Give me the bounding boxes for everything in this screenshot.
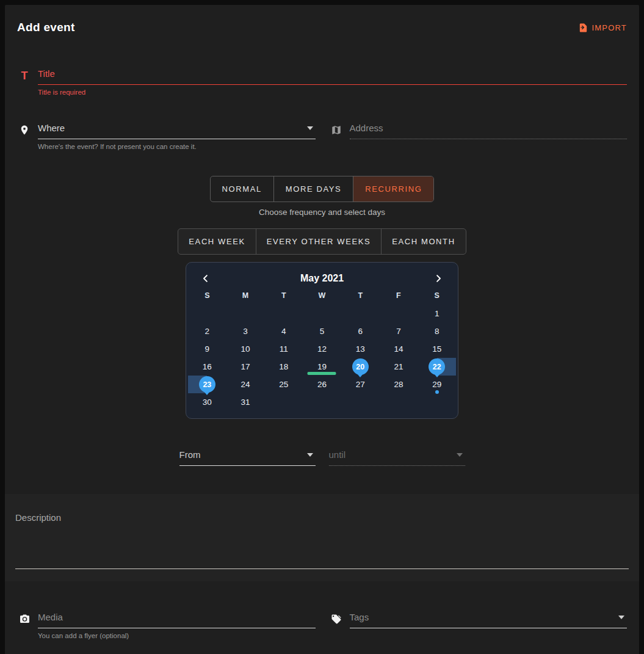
title-field[interactable]: T Title Title is required — [17, 68, 627, 96]
title-placeholder: Title — [38, 68, 55, 79]
calendar-day-17[interactable]: 17 — [226, 358, 265, 376]
calendar-day-28[interactable]: 28 — [380, 376, 418, 393]
calendar-day-26[interactable]: 26 — [303, 376, 341, 393]
weekday-label: S — [418, 291, 456, 300]
calendar-day-11[interactable]: 11 — [264, 340, 303, 358]
calendar-day-29[interactable]: 29 — [418, 376, 456, 393]
tab-recurring[interactable]: RECURRING — [353, 176, 433, 202]
day-number: 13 — [356, 344, 365, 354]
calendar-next-button[interactable] — [430, 271, 446, 286]
calendar-empty-cell — [341, 393, 380, 411]
calendar: May 2021 SMTWTFS 12345678910111213141516… — [186, 262, 458, 419]
where-hint: Where's the event? If not present you ca… — [38, 143, 316, 150]
calendar-empty-cell — [188, 305, 226, 322]
day-number: 11 — [280, 344, 288, 354]
frequency-option-every-other-weeks[interactable]: EVERY OTHER WEEKS — [256, 229, 381, 254]
calendar-day-9[interactable]: 9 — [188, 340, 226, 358]
calendar-day-22[interactable]: 22 — [418, 358, 456, 376]
calendar-day-3[interactable]: 3 — [226, 322, 265, 340]
tags-select[interactable]: Tags — [350, 612, 628, 628]
selected-day-marker: 22 — [429, 358, 445, 375]
weekday-label: M — [226, 291, 265, 300]
calendar-day-7[interactable]: 7 — [380, 322, 418, 340]
calendar-week-row: 1 — [188, 305, 456, 322]
title-text-icon: T — [17, 69, 32, 82]
weekday-label: S — [188, 291, 226, 300]
title-error-text: Title is required — [38, 89, 627, 96]
camera-icon — [17, 612, 32, 626]
where-placeholder: Where — [38, 123, 65, 133]
calendar-day-14[interactable]: 14 — [380, 340, 418, 358]
calendar-day-1[interactable]: 1 — [418, 305, 456, 322]
calendar-empty-cell — [303, 393, 341, 411]
day-number: 14 — [394, 344, 403, 354]
description-section[interactable]: Description — [5, 494, 639, 581]
from-select[interactable]: From — [179, 449, 316, 466]
where-select[interactable]: Where — [38, 123, 316, 139]
add-event-dialog: Add event IMPORT T Title Title is requir… — [5, 5, 639, 654]
day-number: 1 — [435, 309, 440, 318]
calendar-day-5[interactable]: 5 — [303, 322, 341, 340]
day-number: 9 — [205, 344, 210, 354]
day-number: 29 — [432, 380, 441, 389]
day-number: 7 — [396, 327, 401, 336]
weekday-label: F — [380, 291, 418, 300]
calendar-day-18[interactable]: 18 — [264, 358, 303, 376]
day-number: 17 — [241, 362, 250, 371]
address-input[interactable]: Address — [350, 123, 628, 139]
calendar-empty-cell — [264, 305, 303, 322]
day-number: 10 — [241, 344, 250, 354]
title-field-block: T Title Title is required — [13, 68, 631, 96]
until-select: until — [329, 449, 465, 466]
calendar-week-row: 3031 — [188, 393, 456, 411]
frequency-hint: Choose frequency and select days — [13, 208, 631, 217]
calendar-month-title: May 2021 — [300, 273, 344, 284]
calendar-week-row: 2345678 — [188, 322, 456, 340]
calendar-day-13[interactable]: 13 — [341, 340, 380, 358]
calendar-day-4[interactable]: 4 — [264, 322, 303, 340]
frequency-option-each-month[interactable]: EACH MONTH — [381, 229, 465, 254]
day-number: 26 — [317, 380, 327, 389]
calendar-day-27[interactable]: 27 — [341, 376, 380, 393]
calendar-day-2[interactable]: 2 — [188, 322, 226, 340]
calendar-day-16[interactable]: 16 — [188, 358, 226, 376]
calendar-day-12[interactable]: 12 — [303, 340, 341, 358]
day-number: 18 — [279, 362, 288, 371]
calendar-day-30[interactable]: 30 — [188, 393, 226, 411]
tab-more-days[interactable]: MORE DAYS — [273, 176, 353, 202]
calendar-week-row: 23242526272829 — [188, 376, 456, 393]
import-button[interactable]: IMPORT — [577, 22, 627, 34]
calendar-day-20[interactable]: 20 — [341, 358, 380, 376]
day-number: 2 — [205, 327, 210, 336]
weekday-label: W — [303, 291, 341, 300]
day-number: 19 — [317, 362, 327, 371]
media-field[interactable]: Media You can add a flyer (optional) — [17, 612, 316, 639]
from-field[interactable]: From — [179, 449, 316, 466]
address-placeholder: Address — [350, 123, 383, 133]
day-number: 6 — [358, 327, 363, 336]
calendar-day-31[interactable]: 31 — [226, 393, 265, 411]
where-field[interactable]: Where Where's the event? If not present … — [17, 123, 316, 150]
calendar-day-6[interactable]: 6 — [341, 322, 380, 340]
calendar-day-15[interactable]: 15 — [418, 340, 456, 358]
chevron-down-icon — [307, 126, 313, 130]
calendar-prev-button[interactable] — [198, 271, 214, 286]
calendar-day-25[interactable]: 25 — [264, 376, 303, 393]
tags-placeholder: Tags — [350, 612, 369, 622]
day-number: 30 — [203, 398, 212, 407]
calendar-day-21[interactable]: 21 — [380, 358, 418, 376]
calendar-day-10[interactable]: 10 — [226, 340, 265, 358]
tab-normal[interactable]: NORMAL — [211, 176, 273, 202]
frequency-option-each-week[interactable]: EACH WEEK — [178, 229, 255, 254]
title-input[interactable]: Title — [38, 68, 627, 85]
calendar-day-8[interactable]: 8 — [418, 322, 456, 340]
media-input[interactable]: Media — [38, 612, 316, 628]
media-hint: You can add a flyer (optional) — [38, 632, 316, 639]
calendar-day-23[interactable]: 23 — [188, 376, 226, 393]
day-number: 21 — [394, 362, 403, 371]
calendar-day-24[interactable]: 24 — [226, 376, 265, 393]
tags-field[interactable]: Tags — [329, 612, 628, 639]
calendar-empty-cell — [380, 393, 418, 411]
media-tags-row: Media You can add a flyer (optional) Tag… — [13, 612, 631, 639]
calendar-day-19[interactable]: 19 — [303, 358, 341, 376]
